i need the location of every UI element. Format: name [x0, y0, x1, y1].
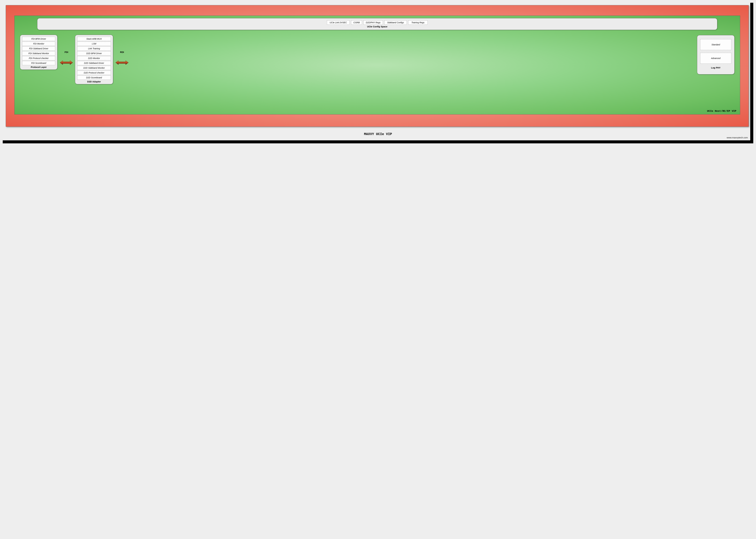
config-space-panel: UCIe Link DVSEC CiSRB D2D/PHY Regs Sideb… — [37, 18, 717, 30]
protocol-item: FDI Monitor — [22, 41, 55, 46]
protocol-item: FDI Sideband Monitor — [22, 51, 55, 55]
d2d-item: D2D BFM Driver — [77, 51, 111, 55]
log-phy-item: Advanced — [700, 53, 731, 64]
rdi-arrow-group: RDI — [115, 51, 128, 65]
d2d-item: D2D Protocol checker — [77, 71, 111, 75]
d2d-item: D2D Sideband Monitor — [77, 66, 111, 70]
log-phy-panel: Standard Advanced Log PHY — [697, 35, 734, 74]
double-arrow-icon — [60, 60, 73, 65]
outer-red-box: UCIe Link DVSEC CiSRB D2D/PHY Regs Sideb… — [6, 5, 749, 127]
protocol-layer-title: Protocol Layer — [22, 66, 56, 68]
d2d-item: Link Training — [77, 46, 111, 51]
protocol-layer-panel: FDI BFM Driver FDI Monitor FDI Sideband … — [20, 35, 57, 70]
config-space-row: UCIe Link DVSEC CiSRB D2D/PHY Regs Sideb… — [39, 20, 716, 25]
host-vip-label: UCIe Host/RC/EP VIP — [707, 110, 736, 113]
protocol-item: FDI Scoreboard — [22, 61, 55, 65]
svg-marker-0 — [60, 60, 73, 65]
log-phy-item: Standard — [700, 39, 731, 50]
svg-marker-1 — [116, 60, 128, 65]
d2d-adapter-title: D2D Adapter — [77, 80, 111, 83]
log-phy-title: Log PHY — [699, 66, 733, 69]
protocol-item: FDI BFM Driver — [22, 37, 55, 41]
d2d-item: LSM — [77, 41, 111, 46]
diagram-title: MAXVY UCIe VIP — [3, 132, 753, 136]
config-chip: CiSRB — [351, 21, 362, 25]
fdi-arrow-group: FDI — [60, 51, 73, 65]
double-arrow-icon — [115, 60, 128, 65]
inner-green-box: UCIe Link DVSEC CiSRB D2D/PHY Regs Sideb… — [14, 16, 740, 115]
config-chip: Training Regs — [408, 21, 428, 25]
d2d-item: D2D Sideband Driver — [77, 61, 111, 65]
protocol-item: FDI Protocol checker — [22, 56, 55, 60]
config-space-title: UCIe Config Space — [39, 25, 716, 28]
bottom-black-strip — [3, 140, 753, 143]
protocol-item: FDI Sideband Driver — [22, 46, 55, 51]
protocol-layer-stack: FDI BFM Driver FDI Monitor FDI Sideband … — [22, 37, 56, 65]
fdi-label: FDI — [65, 51, 68, 53]
url-label: www.maxvytech.com — [727, 136, 748, 139]
d2d-item: D2D Scoreboard — [77, 75, 111, 80]
d2d-item: Stack ARB MUX — [77, 37, 111, 41]
d2d-adapter-stack: Stack ARB MUX LSM Link Training D2D BFM … — [77, 37, 111, 80]
config-chip: Sideband Configs — [384, 21, 407, 25]
diagram-canvas: UCIe Link DVSEC CiSRB D2D/PHY Regs Sideb… — [3, 3, 753, 143]
rdi-label: RDI — [120, 51, 124, 53]
config-chip: D2D/PHY Regs — [364, 21, 383, 25]
right-black-strip — [750, 3, 753, 143]
d2d-item: D2D Monitor — [77, 56, 111, 60]
config-chip: UCIe Link DVSEC — [327, 21, 350, 25]
d2d-adapter-panel: Stack ARB MUX LSM Link Training D2D BFM … — [75, 35, 113, 84]
